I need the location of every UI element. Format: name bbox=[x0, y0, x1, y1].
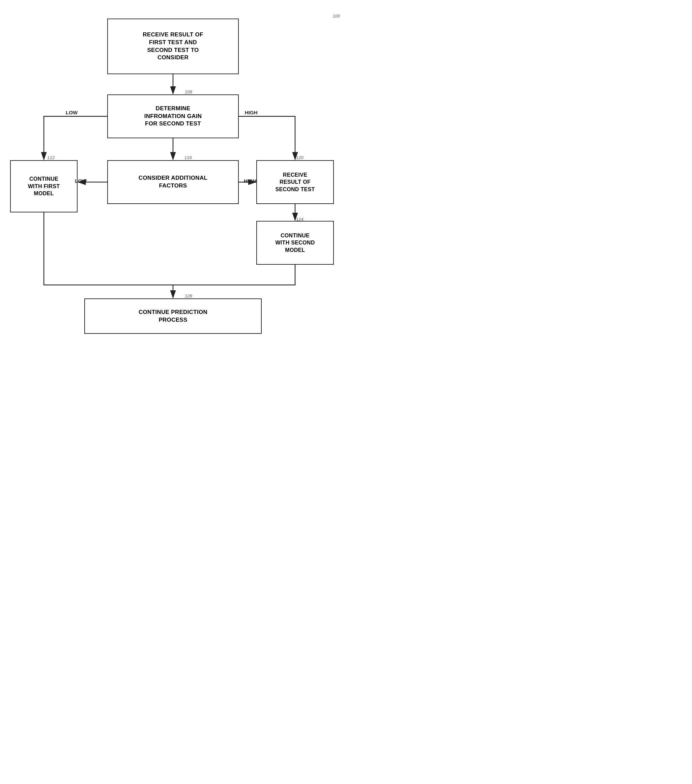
label-high2: HIGH bbox=[244, 178, 257, 184]
node-continue-second-model: CONTINUE WITH SECOND MODEL bbox=[256, 221, 334, 265]
ref-128: 128 bbox=[185, 293, 192, 298]
label-low1: LOW bbox=[66, 110, 77, 115]
arrow-108-120 bbox=[239, 116, 295, 160]
label-low2: LOW bbox=[75, 178, 87, 184]
arrow-108-112 bbox=[44, 116, 107, 160]
node-determine-info-gain: DETERMINE INFROMATION GAIN FOR SECOND TE… bbox=[107, 94, 239, 138]
ref-120: 120 bbox=[296, 155, 303, 160]
flowchart-diagram: 100 RECEIVE RESULT OF FIRST TEST AND SEC… bbox=[0, 0, 346, 392]
arrow-124-128 bbox=[173, 265, 295, 285]
ref-116: 116 bbox=[185, 155, 192, 160]
ref-100: 100 bbox=[333, 13, 340, 18]
ref-112: 112 bbox=[47, 155, 54, 160]
node-receive-first-second-test: RECEIVE RESULT OF FIRST TEST AND SECOND … bbox=[107, 18, 239, 74]
ref-108: 108 bbox=[185, 89, 192, 94]
arrow-112-128 bbox=[44, 212, 173, 298]
node-receive-second-test: RECEIVE RESULT OF SECOND TEST bbox=[256, 160, 334, 204]
label-high1: HIGH bbox=[245, 110, 258, 115]
node-consider-additional-factors: CONSIDER ADDITIONAL FACTORS bbox=[107, 160, 239, 204]
node-continue-prediction-process: CONTINUE PREDICTION PROCESS bbox=[84, 298, 262, 334]
node-continue-first-model: CONTINUE WITH FIRST MODEL bbox=[10, 160, 77, 212]
